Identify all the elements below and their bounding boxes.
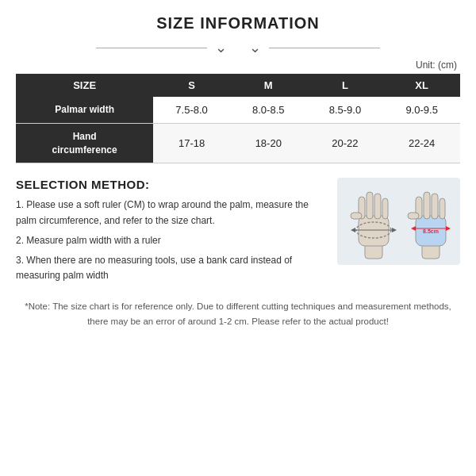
svg-rect-5 (382, 198, 388, 219)
svg-marker-9 (392, 228, 397, 232)
right-line (269, 48, 380, 48)
table-header-row: SIZE S M L XL (16, 74, 460, 97)
step-3: 3. When there are no measuring tools, us… (16, 253, 329, 283)
svg-rect-3 (367, 192, 373, 219)
chevrons-group: ⌄ ⌄ (215, 39, 261, 56)
svg-rect-16 (440, 198, 445, 219)
note-text: *Note: The size chart is for reference o… (25, 301, 451, 325)
svg-marker-10 (351, 228, 355, 232)
svg-rect-17 (408, 213, 419, 219)
col-size: SIZE (16, 74, 153, 97)
svg-rect-15 (432, 194, 438, 219)
selection-section: SELECTION METHOD: 1. Please use a soft r… (16, 178, 460, 288)
chevron-icon-1: ⌄ (215, 39, 227, 56)
chevron-icon-2: ⌄ (249, 39, 261, 56)
svg-rect-6 (351, 213, 362, 219)
selection-title: SELECTION METHOD: (16, 178, 329, 191)
row1-m: 8.0-8.5 (230, 97, 307, 123)
selection-steps: 1. Please use a soft ruler (CM) to wrap … (16, 198, 329, 283)
divider-row: ⌄ ⌄ (16, 39, 460, 56)
step-1: 1. Please use a soft ruler (CM) to wrap … (16, 198, 329, 228)
hand-illustration: 8.5cm (337, 178, 460, 265)
step-2: 2. Measure palm width with a ruler (16, 233, 329, 248)
svg-rect-4 (374, 194, 381, 219)
svg-marker-20 (411, 226, 416, 231)
col-xl: XL (383, 74, 460, 97)
col-s: S (153, 74, 230, 97)
row1-s: 7.5-8.0 (153, 97, 230, 123)
svg-rect-1 (359, 216, 389, 246)
row1-xl: 9.0-9.5 (383, 97, 460, 123)
row2-label: Handcircumference (16, 123, 153, 163)
left-line (96, 48, 207, 48)
row2-l: 20-22 (307, 123, 384, 163)
svg-rect-14 (424, 192, 430, 219)
row2-m: 18-20 (230, 123, 307, 163)
unit-label: Unit: (cm) (16, 60, 460, 71)
row1-label: Palmar width (16, 97, 153, 123)
row1-l: 8.5-9.0 (307, 97, 384, 123)
svg-marker-21 (446, 226, 451, 231)
hand-svg: 8.5cm (340, 180, 459, 263)
note-section: *Note: The size chart is for reference o… (16, 299, 460, 328)
row2-xl: 22-24 (383, 123, 460, 163)
svg-text:8.5cm: 8.5cm (423, 228, 439, 234)
row2-s: 17-18 (153, 123, 230, 163)
size-table: SIZE S M L XL Palmar width 7.5-8.0 8.0-8… (16, 74, 460, 163)
selection-text: SELECTION METHOD: 1. Please use a soft r… (16, 178, 329, 288)
table-row: Palmar width 7.5-8.0 8.0-8.5 8.5-9.0 9.0… (16, 97, 460, 123)
page-title: SIZE INFORMATION (156, 14, 320, 33)
col-m: M (230, 74, 307, 97)
page-container: SIZE INFORMATION ⌄ ⌄ Unit: (cm) SIZE S M… (0, 0, 476, 476)
table-row: Handcircumference 17-18 18-20 20-22 22-2… (16, 123, 460, 163)
col-l: L (307, 74, 384, 97)
